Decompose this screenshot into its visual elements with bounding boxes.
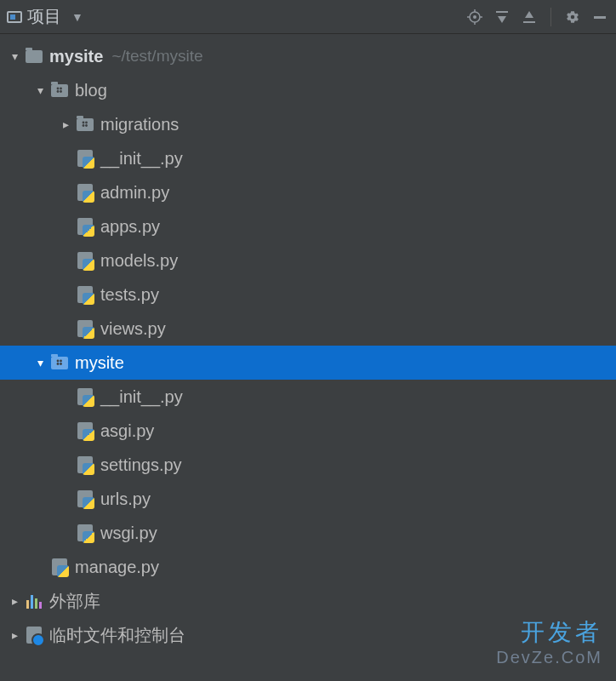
settings-icon[interactable] bbox=[563, 8, 582, 26]
toolbar-divider bbox=[550, 8, 551, 26]
svg-marker-7 bbox=[498, 16, 506, 23]
python-file-icon bbox=[75, 184, 95, 201]
tree-scratches[interactable]: ▸ 临时文件和控制台 bbox=[0, 618, 616, 652]
file-label: wsgi.py bbox=[100, 516, 157, 550]
python-file-icon bbox=[75, 490, 95, 507]
folder-icon bbox=[24, 50, 44, 63]
svg-point-1 bbox=[473, 15, 476, 19]
python-file-icon bbox=[75, 422, 95, 439]
tree-file-manage[interactable]: ▸ manage.py bbox=[0, 550, 616, 584]
project-tree: ▾ mysite ~/test/mysite ▾ blog ▸ migratio… bbox=[0, 34, 616, 652]
svg-rect-6 bbox=[496, 11, 508, 13]
tree-file[interactable]: ▸tests.py bbox=[0, 278, 616, 312]
folder-label: mysite bbox=[75, 346, 124, 380]
python-file-icon bbox=[75, 252, 95, 269]
library-icon bbox=[24, 593, 44, 609]
file-label: urls.py bbox=[100, 482, 151, 516]
folder-icon bbox=[75, 118, 95, 131]
file-label: models.py bbox=[100, 243, 178, 278]
toolbar-actions bbox=[465, 8, 609, 26]
scratches-label: 临时文件和控制台 bbox=[49, 618, 185, 652]
chevron-down-icon[interactable]: ▾ bbox=[7, 39, 22, 73]
tree-file[interactable]: ▸views.py bbox=[0, 312, 616, 346]
tree-file[interactable]: ▸__init__.py bbox=[0, 141, 616, 175]
chevron-right-icon[interactable]: ▸ bbox=[7, 618, 22, 652]
expand-all-icon[interactable] bbox=[493, 8, 511, 26]
collapse-all-icon[interactable] bbox=[520, 8, 539, 26]
file-label: admin.py bbox=[100, 175, 169, 209]
tree-file[interactable]: ▸urls.py bbox=[0, 482, 616, 516]
tree-file[interactable]: ▸apps.py bbox=[0, 209, 616, 243]
external-lib-label: 外部库 bbox=[49, 584, 100, 618]
file-label: asgi.py bbox=[100, 414, 154, 448]
file-label: manage.py bbox=[75, 550, 159, 584]
tree-file[interactable]: ▸admin.py bbox=[0, 175, 616, 209]
folder-label: migrations bbox=[100, 107, 179, 141]
svg-marker-8 bbox=[525, 11, 533, 18]
project-toolbar: 项目 ▼ bbox=[0, 0, 616, 34]
tree-file[interactable]: ▸models.py bbox=[0, 243, 616, 278]
tree-external-libraries[interactable]: ▸ 外部库 bbox=[0, 584, 616, 618]
target-icon[interactable] bbox=[465, 8, 484, 26]
svg-rect-9 bbox=[523, 21, 535, 23]
file-label: apps.py bbox=[100, 209, 160, 243]
root-path: ~/test/mysite bbox=[111, 39, 202, 73]
file-label: __init__.py bbox=[100, 380, 183, 414]
tree-folder-mysite[interactable]: ▾ mysite bbox=[0, 346, 616, 380]
tree-file[interactable]: ▸__init__.py bbox=[0, 380, 616, 414]
chevron-down-icon[interactable]: ▾ bbox=[32, 346, 48, 380]
python-file-icon bbox=[49, 558, 70, 575]
python-file-icon bbox=[75, 320, 95, 337]
tree-file[interactable]: ▸wsgi.py bbox=[0, 516, 616, 550]
tree-folder-blog[interactable]: ▾ blog bbox=[0, 73, 616, 107]
file-label: settings.py bbox=[100, 448, 182, 482]
file-label: tests.py bbox=[100, 278, 159, 312]
chevron-right-icon[interactable]: ▸ bbox=[58, 107, 73, 141]
tree-root[interactable]: ▾ mysite ~/test/mysite bbox=[0, 39, 616, 73]
file-label: __init__.py bbox=[100, 141, 183, 175]
project-title: 项目 bbox=[27, 5, 61, 28]
project-panel-icon bbox=[7, 11, 22, 23]
tree-file[interactable]: ▸asgi.py bbox=[0, 414, 616, 448]
python-file-icon bbox=[75, 524, 95, 541]
folder-icon bbox=[49, 357, 70, 369]
project-selector[interactable]: 项目 ▼ bbox=[7, 5, 83, 28]
root-label: mysite bbox=[49, 39, 103, 73]
svg-rect-10 bbox=[594, 16, 606, 19]
folder-label: blog bbox=[75, 73, 107, 107]
python-file-icon bbox=[75, 388, 95, 405]
tree-file[interactable]: ▸settings.py bbox=[0, 448, 616, 482]
python-file-icon bbox=[75, 150, 95, 167]
chevron-down-icon[interactable]: ▾ bbox=[32, 73, 48, 107]
dropdown-icon: ▼ bbox=[71, 10, 83, 24]
python-file-icon bbox=[75, 286, 95, 303]
chevron-right-icon[interactable]: ▸ bbox=[7, 584, 22, 618]
python-file-icon bbox=[75, 218, 95, 235]
python-file-icon bbox=[75, 456, 95, 473]
folder-icon bbox=[49, 84, 70, 97]
hide-icon[interactable] bbox=[590, 8, 609, 26]
tree-folder-migrations[interactable]: ▸ migrations bbox=[0, 107, 616, 141]
file-label: views.py bbox=[100, 312, 166, 346]
scratch-icon bbox=[24, 627, 44, 644]
